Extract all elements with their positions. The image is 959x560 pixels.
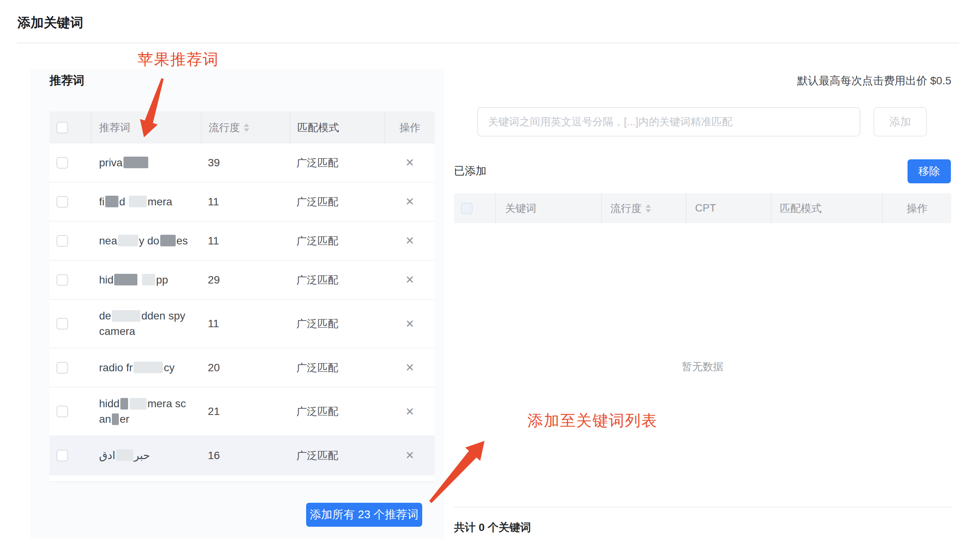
table-row: priva39广泛匹配✕: [50, 143, 435, 183]
match-mode-cell: 广泛匹配: [290, 361, 385, 375]
keyword-cell: dedden spycamera: [91, 308, 202, 339]
added-keywords-panel: 默认最高每次点击费用出价 $0.5 添加 已添加 移除 关键词 流行度 CPT …: [454, 69, 951, 539]
keyword-cell: priva: [91, 155, 202, 171]
row-checkbox[interactable]: [57, 362, 68, 374]
title-divider: [17, 43, 959, 43]
column-header-action: 操作: [399, 121, 420, 135]
keyword-cell: neay does: [91, 233, 202, 249]
match-mode-cell: 广泛匹配: [290, 405, 385, 418]
recommend-panel: 推荐词 推荐词 流行度 匹配模式 操作 priva39广泛匹配✕fid mera…: [30, 69, 444, 539]
row-checkbox[interactable]: [57, 406, 68, 417]
censored-text-blob: [118, 235, 138, 246]
keyword-cell: hiddmera scaner: [91, 396, 202, 427]
total-keywords-count: 共计 0 个关键词: [454, 520, 531, 535]
sort-icon[interactable]: [244, 123, 249, 132]
delete-keyword-icon[interactable]: ✕: [405, 362, 414, 374]
censored-text-blob: [114, 274, 137, 285]
popularity-cell: 11: [202, 318, 290, 330]
row-checkbox[interactable]: [57, 274, 68, 286]
column-header-keyword: 关键词: [505, 201, 536, 215]
censored-text-blob: [160, 235, 176, 246]
row-checkbox[interactable]: [57, 235, 68, 247]
censored-text-blob: [112, 413, 119, 425]
popularity-cell: 20: [202, 362, 290, 374]
add-all-recommended-button[interactable]: 添加所有 23 个推荐词: [306, 503, 422, 527]
row-checkbox[interactable]: [57, 157, 68, 169]
match-mode-cell: 广泛匹配: [290, 449, 385, 463]
table-row: dedden spycamera11广泛匹配✕: [50, 300, 435, 348]
added-section-label: 已添加: [454, 164, 486, 178]
row-checkbox[interactable]: [57, 318, 68, 330]
empty-state-text: 暂无数据: [454, 360, 951, 374]
delete-keyword-icon[interactable]: ✕: [405, 406, 414, 418]
sort-icon[interactable]: [646, 204, 651, 213]
keywords-input[interactable]: [477, 107, 860, 137]
delete-keyword-icon[interactable]: ✕: [405, 318, 414, 330]
delete-keyword-icon[interactable]: ✕: [405, 274, 414, 286]
popularity-cell: 39: [202, 157, 290, 169]
keyword-cell: radio frcy: [91, 360, 202, 376]
table-row: hiddmera scaner21广泛匹配✕: [50, 388, 435, 436]
keyword-cell: fid mera: [91, 194, 202, 210]
censored-text-blob: [120, 398, 128, 410]
censored-text-blob: [130, 398, 147, 410]
censored-text-blob: [134, 362, 163, 373]
match-mode-cell: 广泛匹配: [290, 273, 385, 287]
added-table-header: 关键词 流行度 CPT 匹配模式 操作: [454, 193, 951, 223]
annotation-label-apple-recommend: 苹果推荐词: [138, 49, 219, 70]
match-mode-cell: 广泛匹配: [290, 156, 385, 170]
match-mode-cell: 广泛匹配: [290, 317, 385, 331]
recommend-table-header: 推荐词 流行度 匹配模式 操作: [50, 111, 435, 143]
recommend-table: 推荐词 流行度 匹配模式 操作 priva39广泛匹配✕fid mera11广泛…: [50, 111, 435, 482]
table-row: حبرادق16广泛匹配✕: [50, 436, 435, 475]
footer-divider: [454, 507, 951, 507]
remove-selected-button[interactable]: 移除: [908, 159, 951, 183]
column-header-popularity: 流行度: [610, 201, 642, 215]
censored-text-blob: [129, 196, 147, 207]
select-all-checkbox[interactable]: [57, 122, 68, 133]
delete-keyword-icon[interactable]: ✕: [405, 196, 414, 208]
row-checkbox[interactable]: [57, 196, 68, 208]
column-header-match-mode: 匹配模式: [297, 121, 339, 135]
popularity-cell: 11: [202, 235, 290, 247]
row-checkbox[interactable]: [57, 450, 68, 461]
column-header-action: 操作: [907, 201, 928, 215]
select-all-checkbox[interactable]: [461, 203, 473, 214]
censored-text-blob: [105, 196, 118, 207]
table-row: hid pp29广泛匹配✕: [50, 261, 435, 300]
annotation-label-add-to-list: 添加至关键词列表: [527, 410, 658, 431]
popularity-cell: 16: [202, 449, 290, 462]
column-header-keyword: 推荐词: [99, 121, 130, 135]
match-mode-cell: 广泛匹配: [290, 195, 385, 209]
column-header-match-mode: 匹配模式: [780, 201, 822, 215]
delete-keyword-icon[interactable]: ✕: [405, 157, 414, 169]
recommend-panel-title: 推荐词: [50, 73, 84, 89]
delete-keyword-icon[interactable]: ✕: [405, 235, 414, 247]
add-keywords-button[interactable]: 添加: [873, 107, 927, 137]
censored-text-blob: [112, 310, 140, 322]
annotation-arrow: [132, 74, 174, 144]
delete-keyword-icon[interactable]: ✕: [405, 449, 414, 461]
censored-text-blob: [142, 274, 155, 285]
popularity-cell: 21: [202, 405, 290, 418]
default-cpc-bid-note: 默认最高每次点击费用出价 $0.5: [797, 73, 951, 88]
censored-text-blob: [123, 157, 148, 168]
match-mode-cell: 广泛匹配: [290, 234, 385, 248]
table-row: neay does11广泛匹配✕: [50, 222, 435, 261]
table-row: radio frcy20广泛匹配✕: [50, 348, 435, 388]
keyword-cell: حبرادق: [91, 448, 202, 463]
popularity-cell: 11: [202, 196, 290, 208]
recommend-table-body: priva39广泛匹配✕fid mera11广泛匹配✕neay does11广泛…: [50, 143, 435, 475]
horizontal-scrollbar[interactable]: [50, 475, 435, 482]
column-header-popularity: 流行度: [209, 121, 240, 135]
page-title: 添加关键词: [17, 14, 83, 32]
keyword-cell: hid pp: [91, 272, 202, 288]
censored-text-blob: [116, 449, 133, 461]
annotation-arrow: [424, 436, 490, 506]
column-header-cpt: CPT: [695, 202, 716, 214]
table-row: fid mera11广泛匹配✕: [50, 183, 435, 222]
popularity-cell: 29: [202, 274, 290, 286]
